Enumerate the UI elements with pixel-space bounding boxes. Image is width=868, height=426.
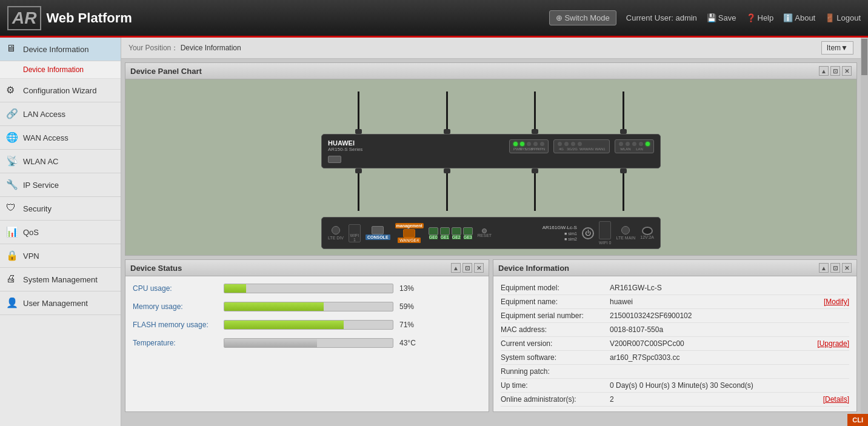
status-restore-button[interactable]: ⊡: [462, 263, 472, 273]
panel-restore-button[interactable]: ⊡: [830, 66, 840, 76]
system-software-key: System software:: [501, 353, 610, 362]
sim1-label: ■ sim1: [564, 231, 577, 236]
equipment-name-modify-link[interactable]: [Modify]: [824, 298, 849, 306]
sidebar-sub-item-device-information[interactable]: Device Information: [0, 61, 121, 79]
usb-label: USB: [526, 147, 530, 151]
lan-led2: [626, 142, 630, 146]
antenna-4: [623, 92, 624, 134]
usb-port: [328, 156, 341, 163]
reset-port: RESET: [478, 228, 492, 238]
panel-minimize-button[interactable]: ▲: [819, 66, 829, 76]
info-close-button[interactable]: ✕: [842, 263, 852, 273]
serial-number-val: 21500103242SF6900102: [610, 311, 849, 320]
sidebar-item-wlan-ac[interactable]: 📡 WLAN AC: [0, 150, 121, 173]
details-link[interactable]: [Details]: [823, 395, 849, 404]
sidebar-item-configuration-wizard[interactable]: ⚙ Configuration Wizard: [0, 79, 121, 102]
lte-div-port: LTE DIV: [328, 226, 344, 240]
equipment-model-val: AR161GW-Lc-S: [610, 284, 849, 292]
about-button[interactable]: ℹ️ About: [783, 13, 815, 22]
info-panel-controls: ▲ ⊡ ✕: [819, 263, 852, 273]
sidebar-item-label: VPN: [23, 251, 39, 261]
vpn-label: VPN: [538, 147, 542, 151]
4g-label: 4G: [558, 147, 565, 151]
antenna-1: [358, 92, 359, 134]
antenna-bottom-3: [534, 168, 536, 211]
bottom-antennas: [321, 168, 661, 217]
vpn-icon: 🔒: [6, 250, 18, 262]
sidebar-item-wan-access[interactable]: 🌐 WAN Access: [0, 126, 121, 150]
save-button[interactable]: 💾 Save: [707, 13, 736, 22]
power-label: 12V:2A: [640, 235, 654, 239]
info-restore-button[interactable]: ⊡: [830, 263, 840, 273]
sidebar-item-user-management[interactable]: 👤 User Management: [0, 291, 121, 315]
about-label: About: [795, 13, 815, 22]
system-software-val: ar160_R7Spc0303.cc: [610, 353, 849, 362]
panel-close-button[interactable]: ✕: [842, 66, 852, 76]
wifi1-connector: WIFI 1: [349, 224, 361, 242]
sim-slots: ■ sim1 ■ sim2: [564, 231, 577, 241]
indicator-group-3: WLAN LAN: [615, 139, 654, 153]
wanuge-port: management WAN/GE4: [395, 223, 424, 243]
model-name: AR150-S Series: [328, 147, 362, 152]
info-minimize-button[interactable]: ▲: [819, 263, 829, 273]
indicator-row-3: [619, 142, 650, 146]
lte-div-connector: [332, 226, 340, 235]
wanuge-label: WAN/GE4: [398, 238, 421, 243]
sidebar-item-label: WAN Access: [23, 133, 68, 142]
device-panel-chart-title: Device Panel Chart: [130, 67, 202, 76]
wan1-led: [578, 142, 582, 146]
online-admins-row: Online administrator(s): 2 [Details]: [501, 393, 849, 407]
wifi0-connector: [599, 221, 611, 239]
sidebar-item-security[interactable]: 🛡 Security: [0, 197, 121, 221]
scrollbar-thumb[interactable]: [861, 39, 867, 75]
main-layout: 🖥 Device Information Device Information …: [0, 38, 868, 426]
header-actions: ⊕ Switch Mode Current User: admin 💾 Save…: [549, 10, 861, 25]
sidebar-item-device-information[interactable]: 🖥 Device Information: [0, 38, 121, 61]
sidebar-item-qos[interactable]: 📊 QoS: [0, 221, 121, 244]
reset-label: RESET: [478, 233, 492, 238]
ge2-connector: [452, 227, 461, 235]
lan-led4: [639, 142, 643, 146]
indicator-group-2: 4G 3G/2G WAWAN WAN1: [553, 139, 610, 153]
device-info-header: Device Information ▲ ⊡ ✕: [493, 260, 856, 276]
online-admins-key: Online administrator(s):: [501, 395, 610, 404]
status-close-button[interactable]: ✕: [474, 263, 484, 273]
upgrade-link[interactable]: [Upgrade]: [817, 339, 849, 348]
item-menu-button[interactable]: Item▼: [821, 41, 853, 55]
logout-button[interactable]: 🚪 Logout: [825, 13, 861, 22]
mac-address-key: MAC address:: [501, 325, 610, 334]
sidebar-sub-item-label: Device Information: [23, 65, 84, 74]
3g-label: 3G/2G: [567, 147, 578, 151]
antenna-bottom-4: [623, 168, 624, 211]
usb-led: [527, 142, 531, 146]
current-version-row: Current version: V200R007C00SPCc00 [Upgr…: [501, 337, 849, 351]
panels-area: Device Panel Chart ▲ ⊡ ✕: [121, 59, 861, 426]
status-table: CPU usage: 13% Memory usage:: [125, 276, 489, 364]
sidebar-item-ip-service[interactable]: 🔧 IP Service: [0, 173, 121, 197]
cpu-value: 13%: [399, 284, 424, 293]
switch-mode-icon: ⊕: [556, 13, 563, 22]
equipment-model-row: Equipment model: AR161GW-Lc-S: [501, 281, 849, 295]
sys-led: [520, 142, 524, 146]
current-version-val: V200R007C00SPCc00: [610, 339, 812, 348]
flash-label: FLASH memory usage:: [133, 321, 218, 329]
sidebar-item-system-management[interactable]: 🖨 System Management: [0, 268, 121, 291]
sidebar-item-label: Configuration Wizard: [23, 86, 96, 95]
status-minimize-button[interactable]: ▲: [451, 263, 461, 273]
sidebar-item-label: LAN Access: [23, 110, 65, 119]
ind-labels-1: PWR SYS USB PPP VPN: [513, 147, 544, 151]
help-button[interactable]: ❓ Help: [746, 13, 774, 22]
router-top-chassis: HUAWEI AR150-S Series: [321, 134, 661, 168]
device-panel-chart-panel: Device Panel Chart ▲ ⊡ ✕: [125, 62, 857, 256]
wawan-led: [571, 142, 575, 146]
breadcrumb: Your Position： Device Information Item▼: [121, 38, 861, 59]
cli-button[interactable]: CLI: [847, 414, 868, 426]
lte-main-port: LTE MAIN: [616, 226, 636, 240]
sidebar-item-vpn[interactable]: 🔒 VPN: [0, 244, 121, 268]
switch-mode-button[interactable]: ⊕ Switch Mode: [549, 10, 616, 25]
qos-icon: 📊: [6, 226, 18, 238]
sidebar-item-lan-access[interactable]: 🔗 LAN Access: [0, 102, 121, 126]
content-scrollbar[interactable]: [861, 38, 868, 426]
console-port: CONSOLE: [366, 226, 390, 240]
your-position-label: Your Position：: [129, 44, 178, 52]
